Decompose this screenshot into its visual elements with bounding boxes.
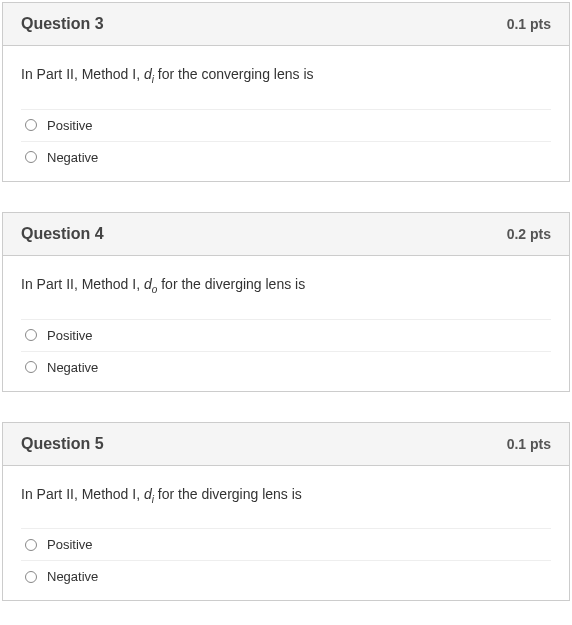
option-label: Negative: [47, 150, 98, 165]
radio-icon[interactable]: [25, 539, 37, 551]
question-body: In Part II, Method I, di for the converg…: [3, 46, 569, 181]
option-row[interactable]: Negative: [21, 352, 551, 383]
question-header: Question 50.1 pts: [3, 423, 569, 466]
question-header: Question 30.1 pts: [3, 3, 569, 46]
quiz-container: Question 30.1 ptsIn Part II, Method I, d…: [2, 2, 570, 601]
prompt-suffix: for the diverging lens is: [154, 486, 302, 502]
question-title: Question 3: [21, 15, 104, 33]
radio-icon[interactable]: [25, 329, 37, 341]
prompt-prefix: In Part II, Method I,: [21, 486, 144, 502]
prompt-suffix: for the diverging lens is: [157, 276, 305, 292]
option-row[interactable]: Negative: [21, 142, 551, 173]
option-label: Negative: [47, 569, 98, 584]
question-prompt: In Part II, Method I, di for the converg…: [21, 66, 551, 85]
prompt-prefix: In Part II, Method I,: [21, 276, 144, 292]
question-card: Question 30.1 ptsIn Part II, Method I, d…: [2, 2, 570, 182]
option-row[interactable]: Positive: [21, 529, 551, 561]
prompt-prefix: In Part II, Method I,: [21, 66, 144, 82]
prompt-suffix: for the converging lens is: [154, 66, 314, 82]
options-list: PositiveNegative: [21, 109, 551, 173]
option-row[interactable]: Positive: [21, 320, 551, 352]
option-label: Positive: [47, 328, 93, 343]
option-label: Negative: [47, 360, 98, 375]
question-body: In Part II, Method I, do for the divergi…: [3, 256, 569, 391]
prompt-variable: d: [144, 66, 152, 82]
question-points: 0.1 pts: [507, 436, 551, 452]
question-points: 0.1 pts: [507, 16, 551, 32]
option-label: Positive: [47, 537, 93, 552]
prompt-variable: d: [144, 486, 152, 502]
question-title: Question 4: [21, 225, 104, 243]
question-card: Question 50.1 ptsIn Part II, Method I, d…: [2, 422, 570, 602]
prompt-variable: d: [144, 276, 152, 292]
radio-icon[interactable]: [25, 151, 37, 163]
radio-icon[interactable]: [25, 361, 37, 373]
option-label: Positive: [47, 118, 93, 133]
option-row[interactable]: Negative: [21, 561, 551, 592]
question-header: Question 40.2 pts: [3, 213, 569, 256]
question-prompt: In Part II, Method I, do for the divergi…: [21, 276, 551, 295]
radio-icon[interactable]: [25, 571, 37, 583]
options-list: PositiveNegative: [21, 319, 551, 383]
options-list: PositiveNegative: [21, 528, 551, 592]
question-body: In Part II, Method I, di for the divergi…: [3, 466, 569, 601]
question-points: 0.2 pts: [507, 226, 551, 242]
question-prompt: In Part II, Method I, di for the divergi…: [21, 486, 551, 505]
radio-icon[interactable]: [25, 119, 37, 131]
question-title: Question 5: [21, 435, 104, 453]
question-card: Question 40.2 ptsIn Part II, Method I, d…: [2, 212, 570, 392]
option-row[interactable]: Positive: [21, 110, 551, 142]
